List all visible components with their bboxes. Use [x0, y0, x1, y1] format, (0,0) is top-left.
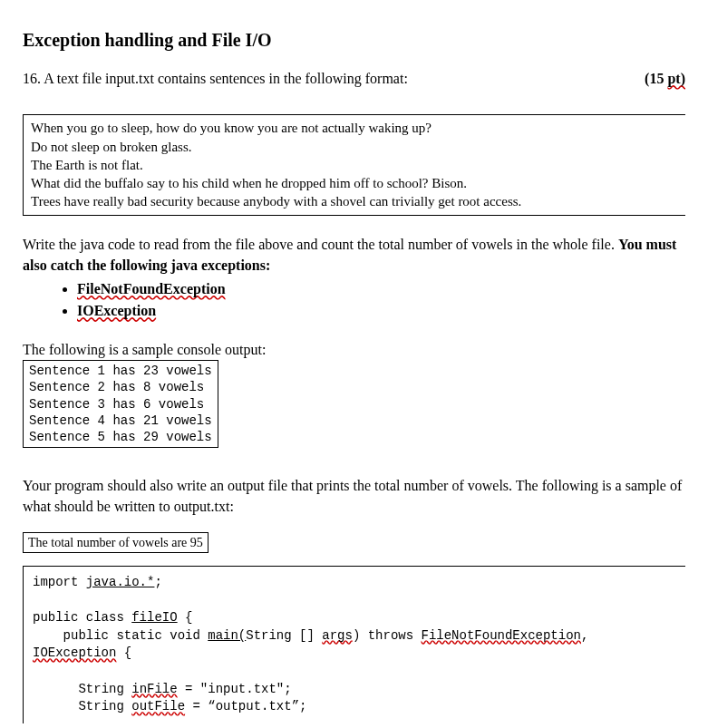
- output-instruction: Your program should also write an output…: [23, 475, 685, 517]
- output-file-box: The total number of vowels are 95: [23, 532, 209, 554]
- sample-console-label: The following is a sample console output…: [23, 340, 685, 360]
- code-class-name: fileIO: [131, 610, 177, 625]
- code-infile: inFile: [131, 682, 177, 696]
- page-title: Exception handling and File I/O: [23, 27, 685, 53]
- file-line: What did the buffalo say to his child wh…: [31, 174, 678, 192]
- console-line: Sentence 1 has 23 vowels: [29, 363, 212, 379]
- code-args: args: [322, 628, 353, 643]
- points-label: (15 pt): [645, 69, 685, 89]
- file-line: Trees have really bad security because a…: [31, 192, 678, 210]
- console-line: Sentence 4 has 21 vowels: [29, 413, 212, 429]
- file-line: When you go to sleep, how do you know yo…: [31, 119, 678, 137]
- code-ex1: FileNotFoundException: [422, 628, 581, 643]
- file-line: The Earth is not flat.: [31, 156, 678, 174]
- exception-item: FileNotFoundException: [77, 279, 685, 299]
- file-line: Do not sleep on broken glass.: [31, 138, 678, 156]
- exception-list: FileNotFoundException IOException: [77, 279, 685, 322]
- console-line: Sentence 5 has 29 vowels: [29, 429, 212, 445]
- question-text: 16. A text file input.txt contains sente…: [23, 69, 617, 89]
- code-main: main(: [208, 628, 246, 643]
- code-import-pkg: java.io.*: [86, 575, 155, 589]
- console-output-box: Sentence 1 has 23 vowels Sentence 2 has …: [23, 360, 218, 448]
- instruction-text: Write the java code to read from the fil…: [23, 234, 685, 276]
- input-file-box: When you go to sleep, how do you know yo…: [23, 114, 685, 215]
- question-line: 16. A text file input.txt contains sente…: [23, 69, 685, 89]
- question-body: A text file input.txt contains sentences…: [44, 71, 408, 86]
- instruction-prefix: Write the java code to read from the fil…: [23, 237, 618, 252]
- console-line: Sentence 3 has 6 vowels: [29, 396, 212, 413]
- console-line: Sentence 2 has 8 vowels: [29, 379, 212, 395]
- code-box: import java.io.*; public class fileIO { …: [23, 566, 685, 723]
- question-number: 16.: [23, 71, 41, 86]
- points-suffix: pt): [667, 71, 685, 86]
- code-outfile: outFile: [131, 699, 185, 713]
- exception-item: IOException: [77, 301, 685, 321]
- code-ex2: IOException: [33, 645, 116, 660]
